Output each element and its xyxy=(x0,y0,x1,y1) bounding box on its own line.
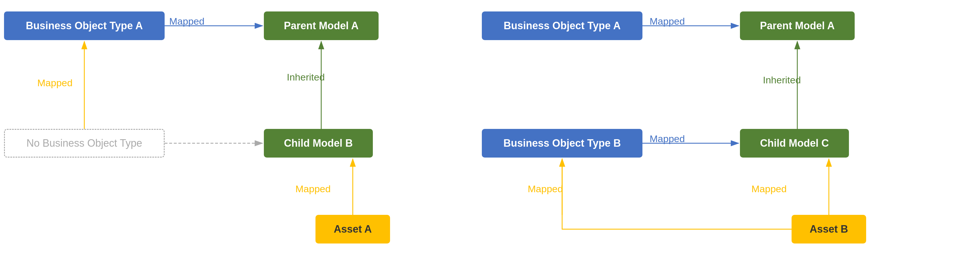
label-mapped-2: Mapped xyxy=(37,77,73,89)
diagram-container: Business Object Type A Parent Model A No… xyxy=(0,0,980,273)
child-model-c-node: Child Model C xyxy=(740,129,849,157)
label-mapped-4: Mapped xyxy=(650,16,685,27)
bot-b-node: Business Object Type B xyxy=(482,129,643,157)
parent-model-a-node: Parent Model A xyxy=(264,11,379,40)
label-mapped-5: Mapped xyxy=(650,133,685,144)
bot-a-node: Business Object Type A xyxy=(4,11,165,40)
label-mapped-7: Mapped xyxy=(751,183,787,195)
label-mapped-1: Mapped xyxy=(169,16,205,27)
label-mapped-3: Mapped xyxy=(295,183,331,195)
label-inherited-1: Inherited xyxy=(287,71,325,83)
bot-a2-node: Business Object Type A xyxy=(482,11,643,40)
parent-model-a2-node: Parent Model A xyxy=(740,11,855,40)
label-inherited-2: Inherited xyxy=(763,75,801,86)
asset-a-node: Asset A xyxy=(315,215,390,243)
child-model-b-node: Child Model B xyxy=(264,129,373,157)
label-mapped-6: Mapped xyxy=(528,183,563,195)
no-bot-node: No Business Object Type xyxy=(4,129,165,157)
asset-b-node: Asset B xyxy=(792,215,866,243)
